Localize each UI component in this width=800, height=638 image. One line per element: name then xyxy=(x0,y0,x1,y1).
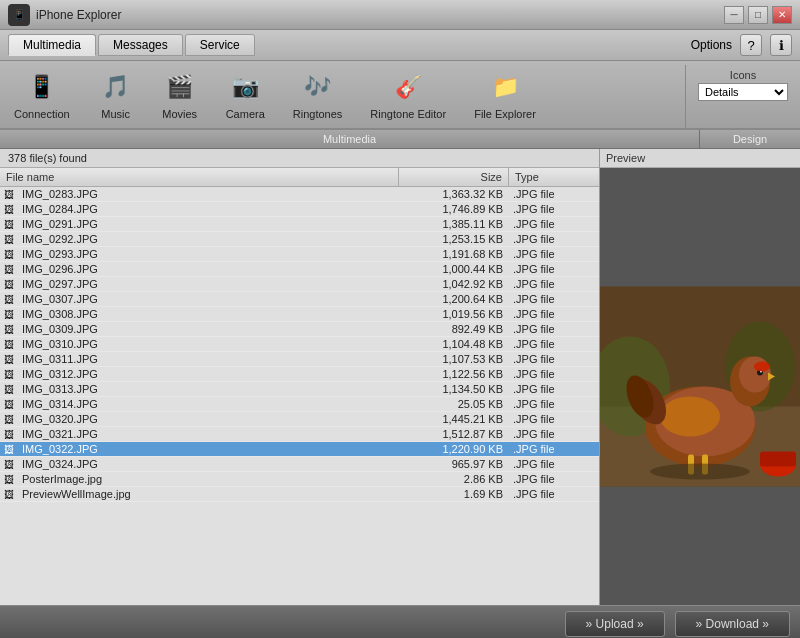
section-bar: Multimedia Design xyxy=(0,130,800,149)
options-label: Options xyxy=(691,38,732,52)
movies-label: Movies xyxy=(162,108,197,120)
file-type: .JPG file xyxy=(509,278,599,290)
file-icon: 🖼 xyxy=(0,384,18,395)
nav-icons-section: 📱 Connection 🎵 Music 🎬 Movies 📷 Camera 🎶… xyxy=(0,65,686,128)
preview-panel: Preview xyxy=(600,149,800,605)
titlebar-left: 📱 iPhone Explorer xyxy=(8,4,121,26)
titlebar: 📱 iPhone Explorer ─ □ ✕ xyxy=(0,0,800,30)
table-row[interactable]: 🖼PosterImage.jpg2.86 KB.JPG file xyxy=(0,472,599,487)
column-header-name: File name xyxy=(0,168,399,186)
file-name: IMG_0321.JPG xyxy=(18,428,409,440)
table-row[interactable]: 🖼IMG_0313.JPG1,134.50 KB.JPG file xyxy=(0,382,599,397)
file-type: .JPG file xyxy=(509,413,599,425)
file-size: 965.97 KB xyxy=(409,458,509,470)
file-icon: 🖼 xyxy=(0,264,18,275)
file-icon: 🖼 xyxy=(0,369,18,380)
file-name: IMG_0324.JPG xyxy=(18,458,409,470)
table-row[interactable]: 🖼IMG_0314.JPG25.05 KB.JPG file xyxy=(0,397,599,412)
nav-ringtone-editor[interactable]: 🎸 Ringtone Editor xyxy=(356,65,460,128)
table-row[interactable]: 🖼IMG_0283.JPG1,363.32 KB.JPG file xyxy=(0,187,599,202)
nav-movies[interactable]: 🎬 Movies xyxy=(148,65,212,128)
file-icon: 🖼 xyxy=(0,489,18,500)
table-row[interactable]: 🖼IMG_0324.JPG965.97 KB.JPG file xyxy=(0,457,599,472)
file-type: .JPG file xyxy=(509,428,599,440)
table-row[interactable]: 🖼IMG_0320.JPG1,445.21 KB.JPG file xyxy=(0,412,599,427)
preview-image xyxy=(600,168,800,605)
file-table: File name Size Type 🖼IMG_0283.JPG1,363.3… xyxy=(0,168,599,605)
file-size: 1,385.11 KB xyxy=(409,218,509,230)
toolbar: Multimedia Messages Service Options ? ℹ xyxy=(0,30,800,61)
nav-music[interactable]: 🎵 Music xyxy=(84,65,148,128)
table-row[interactable]: 🖼IMG_0291.JPG1,385.11 KB.JPG file xyxy=(0,217,599,232)
table-row[interactable]: 🖼IMG_0293.JPG1,191.68 KB.JPG file xyxy=(0,247,599,262)
table-row[interactable]: 🖼PreviewWellImage.jpg1.69 KB.JPG file xyxy=(0,487,599,502)
file-list[interactable]: 🖼IMG_0283.JPG1,363.32 KB.JPG file🖼IMG_02… xyxy=(0,187,599,600)
nav-file-explorer[interactable]: 📁 File Explorer xyxy=(460,65,550,128)
ringtones-icon: 🎶 xyxy=(300,69,336,105)
nav-connection[interactable]: 📱 Connection xyxy=(0,65,84,128)
table-row[interactable]: 🖼IMG_0297.JPG1,042.92 KB.JPG file xyxy=(0,277,599,292)
nav-ringtones[interactable]: 🎶 Ringtones xyxy=(279,65,357,128)
tab-group: Multimedia Messages Service xyxy=(8,34,255,56)
help-button[interactable]: ? xyxy=(740,34,762,56)
table-row[interactable]: 🖼IMG_0307.JPG1,200.64 KB.JPG file xyxy=(0,292,599,307)
app-icon: 📱 xyxy=(8,4,30,26)
tab-multimedia[interactable]: Multimedia xyxy=(8,34,96,56)
file-name: PreviewWellImage.jpg xyxy=(18,488,409,500)
file-icon: 🖼 xyxy=(0,279,18,290)
file-size: 1,191.68 KB xyxy=(409,248,509,260)
table-row[interactable]: 🖼IMG_0292.JPG1,253.15 KB.JPG file xyxy=(0,232,599,247)
file-name: IMG_0312.JPG xyxy=(18,368,409,380)
file-name: PosterImage.jpg xyxy=(18,473,409,485)
file-icon: 🖼 xyxy=(0,429,18,440)
tab-messages[interactable]: Messages xyxy=(98,34,183,56)
file-icon: 🖼 xyxy=(0,189,18,200)
file-icon: 🖼 xyxy=(0,339,18,350)
file-icon: 🖼 xyxy=(0,459,18,470)
ringtones-label: Ringtones xyxy=(293,108,343,120)
table-row[interactable]: 🖼IMG_0310.JPG1,104.48 KB.JPG file xyxy=(0,337,599,352)
table-row[interactable]: 🖼IMG_0284.JPG1,746.89 KB.JPG file xyxy=(0,202,599,217)
file-size: 1,220.90 KB xyxy=(409,443,509,455)
file-type: .JPG file xyxy=(509,233,599,245)
action-bar: » Upload » » Download » xyxy=(0,605,800,638)
file-icon: 🖼 xyxy=(0,354,18,365)
file-name: IMG_0293.JPG xyxy=(18,248,409,260)
toolbar-right: Options ? ℹ xyxy=(691,34,792,56)
svg-point-6 xyxy=(660,397,720,437)
file-name: IMG_0313.JPG xyxy=(18,383,409,395)
table-row[interactable]: 🖼IMG_0321.JPG1,512.87 KB.JPG file xyxy=(0,427,599,442)
upload-button[interactable]: » Upload » xyxy=(565,611,665,637)
table-row[interactable]: 🖼IMG_0312.JPG1,122.56 KB.JPG file xyxy=(0,367,599,382)
file-size: 1,107.53 KB xyxy=(409,353,509,365)
svg-rect-19 xyxy=(760,452,796,467)
file-name: IMG_0297.JPG xyxy=(18,278,409,290)
file-size: 1.69 KB xyxy=(409,488,509,500)
nav-camera[interactable]: 📷 Camera xyxy=(212,65,279,128)
file-name: IMG_0283.JPG xyxy=(18,188,409,200)
download-button[interactable]: » Download » xyxy=(675,611,790,637)
close-button[interactable]: ✕ xyxy=(772,6,792,24)
table-row[interactable]: 🖼IMG_0308.JPG1,019.56 KB.JPG file xyxy=(0,307,599,322)
icons-dropdown[interactable]: Details Small icons Large icons xyxy=(698,83,788,101)
file-name: IMG_0310.JPG xyxy=(18,338,409,350)
svg-point-8 xyxy=(739,357,771,393)
file-name: IMG_0311.JPG xyxy=(18,353,409,365)
column-header-type: Type xyxy=(509,168,599,186)
file-explorer-label: File Explorer xyxy=(474,108,536,120)
table-row[interactable]: 🖼IMG_0311.JPG1,107.53 KB.JPG file xyxy=(0,352,599,367)
file-icon: 🖼 xyxy=(0,249,18,260)
minimize-button[interactable]: ─ xyxy=(724,6,744,24)
table-row[interactable]: 🖼IMG_0322.JPG1,220.90 KB.JPG file xyxy=(0,442,599,457)
info-button[interactable]: ℹ xyxy=(770,34,792,56)
svg-point-12 xyxy=(754,362,770,372)
table-row[interactable]: 🖼IMG_0309.JPG892.49 KB.JPG file xyxy=(0,322,599,337)
table-row[interactable]: 🖼IMG_0296.JPG1,000.44 KB.JPG file xyxy=(0,262,599,277)
titlebar-controls: ─ □ ✕ xyxy=(724,6,792,24)
file-type: .JPG file xyxy=(509,488,599,500)
file-name: IMG_0320.JPG xyxy=(18,413,409,425)
tab-service[interactable]: Service xyxy=(185,34,255,56)
maximize-button[interactable]: □ xyxy=(748,6,768,24)
file-type: .JPG file xyxy=(509,323,599,335)
preview-svg xyxy=(600,168,800,605)
